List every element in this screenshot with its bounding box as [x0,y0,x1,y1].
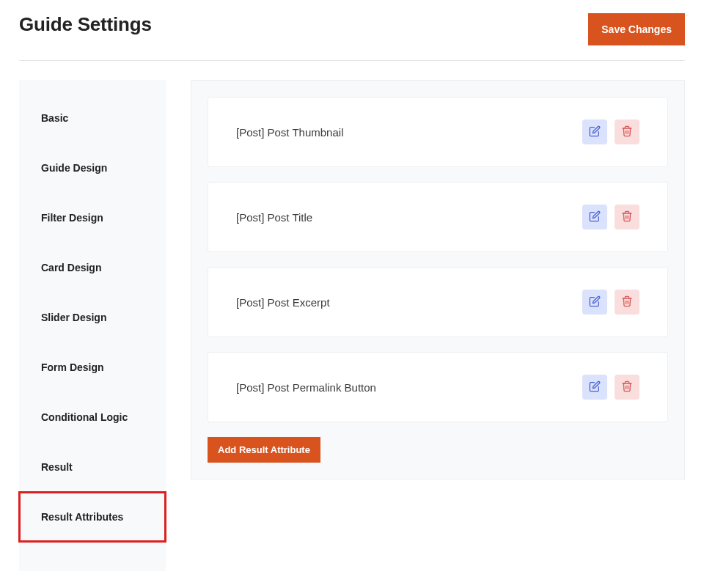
add-result-attribute-button[interactable]: Add Result Attribute [208,437,320,463]
trash-icon [621,125,633,139]
attribute-label: [Post] Post Title [236,211,312,224]
save-changes-button[interactable]: Save Changes [588,13,685,45]
attribute-actions [582,290,639,315]
sidebar-item-basic[interactable]: Basic [19,93,166,143]
delete-button[interactable] [615,205,639,229]
attribute-label: [Post] Post Thumbnail [236,126,343,139]
sidebar-item-form-design[interactable]: Form Design [19,342,166,392]
header: Guide Settings Save Changes [19,13,685,45]
edit-button[interactable] [582,375,607,400]
attribute-row: [Post] Post Permalink Button [208,352,668,422]
edit-button[interactable] [582,290,607,315]
attribute-row: [Post] Post Title [208,182,668,252]
trash-icon [621,210,633,224]
sidebar-item-filter-design[interactable]: Filter Design [19,193,166,243]
delete-button[interactable] [615,290,639,315]
page-title: Guide Settings [19,13,152,36]
delete-button[interactable] [615,120,639,144]
attribute-actions [582,375,639,400]
sidebar: BasicGuide DesignFilter DesignCard Desig… [19,80,166,571]
delete-button[interactable] [615,375,639,400]
main-panel: [Post] Post Thumbnail[Post] Post Title[P… [191,80,685,479]
attribute-actions [582,205,639,229]
attribute-list: [Post] Post Thumbnail[Post] Post Title[P… [208,97,668,422]
sidebar-item-card-design[interactable]: Card Design [19,243,166,293]
sidebar-item-slider-design[interactable]: Slider Design [19,293,166,342]
attribute-label: [Post] Post Excerpt [236,296,330,309]
attribute-row: [Post] Post Thumbnail [208,97,668,167]
divider [19,60,685,61]
sidebar-item-result-attributes[interactable]: Result Attributes [19,492,166,542]
sidebar-item-guide-design[interactable]: Guide Design [19,143,166,193]
attribute-actions [582,120,639,144]
edit-icon [589,125,601,139]
trash-icon [621,381,633,394]
edit-button[interactable] [582,120,607,144]
trash-icon [621,295,633,309]
edit-icon [589,381,601,394]
attribute-row: [Post] Post Excerpt [208,267,668,337]
edit-button[interactable] [582,205,607,229]
sidebar-item-conditional-logic[interactable]: Conditional Logic [19,392,166,442]
sidebar-item-result[interactable]: Result [19,442,166,492]
attribute-label: [Post] Post Permalink Button [236,381,376,394]
edit-icon [589,295,601,309]
edit-icon [589,210,601,224]
